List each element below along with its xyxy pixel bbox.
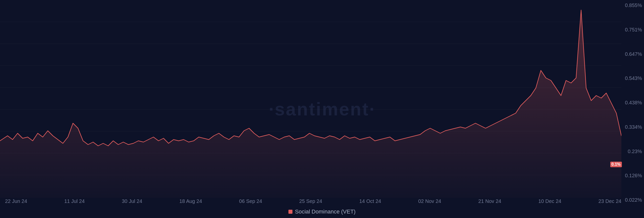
x-label-10: 10 Dec 24 [538,198,561,204]
y-label-3: 0.647% [624,51,642,57]
y-label-2: 0.751% [624,27,642,33]
x-label-6: 25 Sep 24 [299,198,322,204]
y-axis: 0.855% 0.751% 0.647% 0.543% 0.438% 0.334… [624,0,644,218]
legend-label: Social Dominance (VET) [295,208,356,215]
x-label-3: 30 Jul 24 [122,198,142,204]
x-label-9: 21 Nov 24 [478,198,501,204]
x-label-5: 06 Sep 24 [239,198,262,204]
y-label-4: 0.543% [624,75,642,81]
x-label-11: 23 Dec 24 [598,198,621,204]
y-label-9: 0.022% [624,197,642,203]
x-label-2: 11 Jul 24 [64,198,85,204]
y-label-7: 0.23% [624,149,642,154]
x-label-7: 14 Oct 24 [359,198,381,204]
y-label-1: 0.855% [624,3,642,8]
chart-container: ·santiment· 0.855% 0.751% 0.647% 0.543% … [0,0,644,218]
y-label-5: 0.438% [624,100,642,106]
last-value-badge: 0.1% [610,162,622,167]
chart-svg [0,0,621,198]
y-label-8: 0.126% [624,173,642,179]
y-label-6: 0.334% [624,124,642,130]
x-label-1: 22 Jun 24 [5,198,27,204]
chart-legend: Social Dominance (VET) [289,208,356,215]
x-label-4: 18 Aug 24 [179,198,202,204]
legend-color-dot [289,210,293,214]
x-axis: 22 Jun 24 11 Jul 24 30 Jul 24 18 Aug 24 … [5,198,621,204]
x-label-8: 02 Nov 24 [418,198,441,204]
